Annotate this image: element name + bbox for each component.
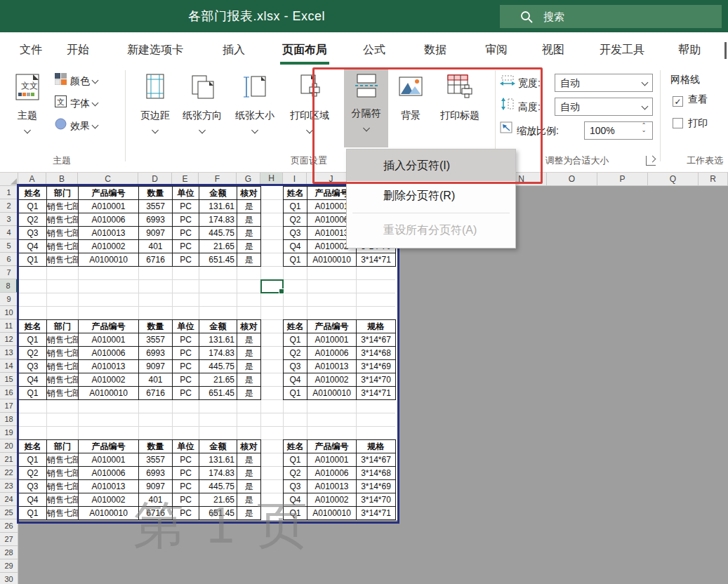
theme-colors-button[interactable]: 颜色 [55,72,98,89]
group-divider [125,70,126,161]
row-header-22[interactable]: 22 [0,466,18,479]
row-header-28[interactable]: 28 [0,546,18,559]
orientation-label: 纸张方向 [183,109,222,122]
tab-数据[interactable]: 数据 [424,32,446,67]
row-header-14[interactable]: 14 [0,359,18,373]
orientation-button[interactable]: 纸张方向 [178,69,227,152]
row-header-12[interactable]: 12 [0,333,18,346]
search-placeholder: 搜索 [543,5,564,28]
row-header-16[interactable]: 16 [0,386,18,399]
theme-effects-button[interactable]: 效果 [55,117,98,134]
tab-视图[interactable]: 视图 [542,32,564,67]
tab-审阅[interactable]: 审阅 [485,32,508,67]
width-select[interactable]: 自动 [555,74,653,92]
search-icon [519,10,534,24]
row-header-15[interactable]: 15 [0,373,18,386]
active-tab-underline [280,62,329,65]
menu-separator [352,213,510,213]
effects-icon [55,118,67,135]
row-header-9[interactable]: 9 [0,293,18,306]
chevron-down-icon [92,100,99,107]
dialog-launcher-icon[interactable] [646,156,656,166]
theme-fonts-label: 字体 [70,98,90,109]
theme-fonts-button[interactable]: 文 字体 [55,95,98,112]
tab-文件[interactable]: 文件 [20,32,42,67]
themes-icon: 文文 [13,73,41,107]
row-header-25[interactable]: 25 [0,506,18,519]
paper-size-button[interactable]: 纸张大小 [230,69,279,152]
page-number-watermark: 第 1 页 [133,492,312,559]
search-box[interactable]: 搜索 [500,5,722,28]
active-cell-H8[interactable] [260,279,284,293]
column-header-P[interactable]: P [597,173,648,186]
window-title: 各部门报表.xlsx - Excel [188,0,325,32]
chevron-down-icon [642,79,649,86]
title-bar: 各部门报表.xlsx - Excel 搜索 [0,0,728,32]
row-header-27[interactable]: 27 [0,533,18,546]
tab-帮助[interactable]: 帮助 [678,32,701,67]
tab-开发工具[interactable]: 开发工具 [600,32,644,67]
row-header-26[interactable]: 26 [0,519,18,533]
svg-text:文文: 文文 [21,81,38,91]
colors-icon [55,73,67,90]
excel-window: 各部门报表.xlsx - Excel 搜索 文件开始新建选项卡插入页面布局公式数… [0,0,728,584]
row-header-3[interactable]: 3 [0,213,18,226]
group-divider [660,70,661,161]
fill-handle[interactable] [279,288,284,294]
tab-开始[interactable]: 开始 [67,32,89,67]
scale-spinner[interactable]: ⌃⌄ [637,123,650,133]
margins-button[interactable]: 页边距 [135,69,176,152]
row-header-2[interactable]: 2 [0,199,18,213]
clipped-tab-fragment [724,42,727,59]
chevron-down-icon [92,77,99,84]
row-header-18[interactable]: 18 [0,413,18,426]
row-header-11[interactable]: 11 [0,319,18,333]
row-header-24[interactable]: 24 [0,493,18,506]
row-header-8[interactable]: 8 [0,279,18,293]
row-header-6[interactable]: 6 [0,253,18,266]
row-header-20[interactable]: 20 [0,439,18,453]
red-highlight-box [312,67,543,184]
paper-size-icon [241,73,269,104]
ribbon-tab-bar: 文件开始新建选项卡插入页面布局公式数据审阅视图开发工具帮助 [0,32,728,67]
column-header-O[interactable]: O [547,173,597,186]
row-header-30[interactable]: 30 [0,573,18,584]
sheet-options-group-label: 工作表选 [687,154,728,168]
tab-新建选项卡[interactable]: 新建选项卡 [127,32,183,67]
column-header-R[interactable]: R [699,173,728,186]
scale-value: 100% [590,125,615,136]
row-header-5[interactable]: 5 [0,239,18,253]
row-header-23[interactable]: 23 [0,479,18,493]
gridlines-view-checkbox[interactable]: ✓查看 [673,93,708,107]
menu-item-2[interactable]: 删除分页符(R) [347,181,515,211]
row-header-21[interactable]: 21 [0,453,18,466]
row-header-13[interactable]: 13 [0,346,18,359]
height-value: 自动 [560,101,580,112]
chevron-down-icon [24,127,31,134]
row-header-10[interactable]: 10 [0,306,18,319]
row-header-4[interactable]: 4 [0,226,18,239]
select-all-corner[interactable] [0,173,18,186]
svg-text:文: 文 [57,98,65,106]
chevron-down-icon [642,103,649,110]
select-all-triangle-icon [11,178,17,185]
row-header-29[interactable]: 29 [0,559,18,573]
gridlines-print-checkbox[interactable]: 打印 [673,117,708,130]
row-header-1[interactable]: 1 [0,186,18,199]
row-header-7[interactable]: 7 [0,266,18,279]
tab-插入[interactable]: 插入 [223,32,245,67]
page-break-preview-border[interactable] [17,184,399,524]
width-value: 自动 [560,77,580,88]
row-header-17[interactable]: 17 [0,399,18,413]
column-header-Q[interactable]: Q [648,173,699,186]
row-header-19[interactable]: 19 [0,426,18,439]
height-select[interactable]: 自动 [555,98,653,116]
paper-size-label: 纸张大小 [235,109,274,122]
tab-公式[interactable]: 公式 [363,32,385,67]
gridlines-label: 网格线 [670,74,700,86]
theme-effects-label: 效果 [70,120,90,131]
menu-item-3: 重设所有分页符(A) [347,215,515,245]
themes-button[interactable]: 文文 主题 [6,69,49,152]
checkbox-unchecked-icon [673,118,683,128]
view-label: 查看 [688,93,708,105]
